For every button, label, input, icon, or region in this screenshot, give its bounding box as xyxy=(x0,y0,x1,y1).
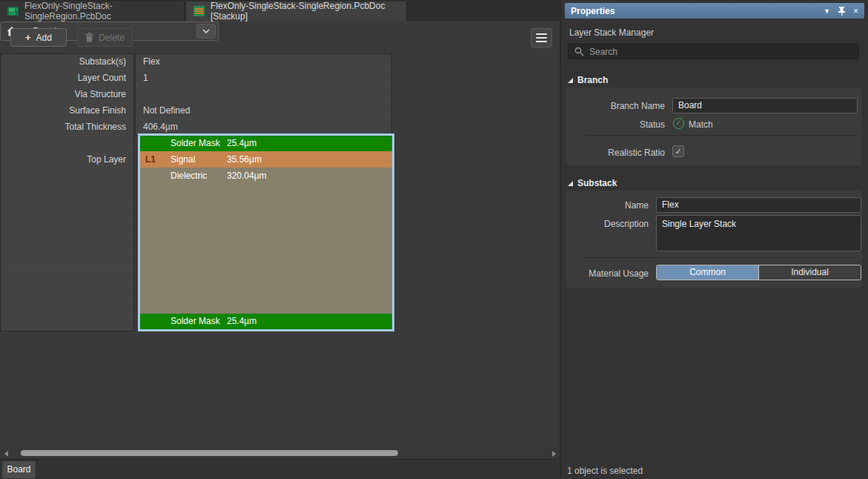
tab-stackup[interactable]: FlexOnly-SingleStack-SingleRegion.PcbDoc… xyxy=(186,1,407,21)
stackup-toolbar: + Add Delete ▶ Board ▶ xyxy=(0,22,560,50)
document-tab-bar: FlexOnly-SingleStack-SingleRegion.PcbDoc… xyxy=(0,0,561,21)
board-subtab[interactable]: Board xyxy=(2,461,36,478)
material-usage-label: Material Usage xyxy=(567,268,649,279)
pin-icon[interactable] xyxy=(838,7,845,16)
stack-layer-solder-mask-bottom[interactable]: Solder Mask 25.4µm xyxy=(140,314,392,329)
stack-layer-dielectric[interactable]: Dielectric 320.04µm xyxy=(140,168,392,314)
panel-mode-label: Layer Stack Manager xyxy=(569,27,654,38)
description-textarea[interactable]: Single Layer Stack xyxy=(656,215,861,251)
row-label-empty xyxy=(1,201,133,217)
value-surface-finish[interactable]: Not Defined xyxy=(136,103,391,119)
realistic-ratio-checkbox[interactable]: ✓ xyxy=(672,145,684,157)
search-placeholder: Search xyxy=(589,47,617,57)
row-label-surface-finish: Surface Finish xyxy=(1,103,133,119)
menu-button[interactable] xyxy=(531,28,552,47)
row-label-empty xyxy=(1,234,133,250)
layer-thickness: 35.56µm xyxy=(227,151,262,168)
status-value: Match xyxy=(689,119,733,130)
scrollbar-thumb[interactable] xyxy=(21,450,398,456)
value-via-structure[interactable] xyxy=(136,87,391,103)
stack-layer-signal-l1[interactable]: L1 Signal 35.56µm xyxy=(140,151,392,168)
row-label-empty xyxy=(1,315,133,331)
substack-group: Name Flex Description Single Layer Stack… xyxy=(566,191,862,288)
row-label-empty xyxy=(1,299,133,315)
layer-name: Solder Mask xyxy=(170,314,220,329)
layer-name: Signal xyxy=(170,151,195,168)
branch-group: Branch Name Board Status ✓ Match Realist… xyxy=(566,87,862,165)
layer-name: Solder Mask xyxy=(170,136,220,151)
group-divider xyxy=(586,135,856,136)
panel-dropdown-icon[interactable]: ▼ xyxy=(824,7,830,15)
search-input[interactable]: Search xyxy=(568,44,859,59)
row-label-top-layer: Top Layer xyxy=(1,152,133,168)
selection-status-text: 1 object is selected xyxy=(567,466,643,476)
section-expand-icon xyxy=(568,78,573,83)
row-label-empty xyxy=(1,266,133,283)
branch-name-label: Branch Name xyxy=(576,101,665,111)
substack-name-label: Name xyxy=(567,200,649,211)
stackup-label-column: Substack(s) Layer Count Via Structure Su… xyxy=(0,53,134,331)
trash-icon xyxy=(85,33,93,42)
row-label-empty xyxy=(1,136,133,152)
plus-icon: + xyxy=(25,32,31,43)
search-icon xyxy=(574,47,584,56)
stackup-document-icon xyxy=(193,6,205,16)
tab-pcbdoc[interactable]: FlexOnly-SingleStack-SingleRegion.PcbDoc xyxy=(0,1,185,21)
value-layer-count[interactable]: 1 xyxy=(136,70,391,87)
properties-title: Properties xyxy=(571,6,614,16)
branch-section-header[interactable]: Branch xyxy=(568,75,608,85)
layer-thickness: 320.04µm xyxy=(227,168,267,184)
scroll-right-icon[interactable] xyxy=(552,451,556,457)
description-label: Description xyxy=(567,219,649,229)
row-label-empty xyxy=(1,283,133,299)
tab-stackup-label: FlexOnly-SingleStack-SingleRegion.PcbDoc… xyxy=(211,1,399,22)
scroll-left-icon[interactable] xyxy=(4,451,8,457)
tab-pcbdoc-label: FlexOnly-SingleStack-SingleRegion.PcbDoc xyxy=(24,1,177,22)
branch-section-label: Branch xyxy=(577,75,608,85)
properties-header[interactable]: Properties ▼ × xyxy=(565,3,864,19)
add-button[interactable]: + Add xyxy=(10,28,67,47)
material-usage-common-button[interactable]: Common xyxy=(657,265,758,280)
substack-section-label: Substack xyxy=(577,178,617,188)
row-label-empty xyxy=(1,250,133,266)
layer-id: L1 xyxy=(145,151,156,168)
delete-button-label: Delete xyxy=(99,33,125,43)
layer-thickness: 25.4µm xyxy=(227,314,256,329)
status-label: Status xyxy=(576,119,665,130)
row-label-layer-count: Layer Count xyxy=(1,70,133,87)
substack-name-input[interactable]: Flex xyxy=(656,197,861,213)
add-button-label: Add xyxy=(36,33,52,43)
pcb-document-icon xyxy=(7,6,19,16)
substack-section-header[interactable]: Substack xyxy=(568,178,617,188)
stackup-bottom-bar: Board xyxy=(0,459,561,479)
close-icon[interactable]: × xyxy=(853,6,858,16)
layer-thickness: 25.4µm xyxy=(227,136,256,151)
layer-stack-selection[interactable]: Solder Mask 25.4µm L1 Signal 35.56µm Die… xyxy=(138,133,394,331)
breadcrumb-dropdown-button[interactable] xyxy=(196,24,216,39)
row-label-empty xyxy=(1,185,133,201)
properties-panel: Properties ▼ × Layer Stack Manager Searc… xyxy=(561,0,868,479)
row-label-total-thickness: Total Thickness xyxy=(1,119,133,136)
status-match-icon: ✓ xyxy=(673,118,684,129)
row-label-empty xyxy=(1,217,133,234)
layer-name: Dielectric xyxy=(170,168,207,184)
section-expand-icon xyxy=(568,181,573,186)
row-label-substacks: Substack(s) xyxy=(1,54,133,70)
delete-button[interactable]: Delete xyxy=(77,28,133,47)
stackup-value-column: Flex 1 Not Defined 406.4µm xyxy=(135,53,392,136)
branch-name-input[interactable]: Board xyxy=(672,98,858,113)
realistic-ratio-label: Realistic Ratio xyxy=(576,148,665,158)
value-substacks[interactable]: Flex xyxy=(136,54,391,70)
chevron-down-icon xyxy=(202,29,210,33)
row-label-empty xyxy=(1,168,133,185)
hamburger-icon xyxy=(536,33,547,35)
row-label-via-structure: Via Structure xyxy=(1,87,133,103)
group-divider xyxy=(586,257,856,258)
material-usage-toggle: Common Individual xyxy=(656,265,861,280)
stack-layer-solder-mask-top[interactable]: Solder Mask 25.4µm xyxy=(140,136,392,151)
material-usage-individual-button[interactable]: Individual xyxy=(758,265,861,280)
horizontal-scrollbar[interactable] xyxy=(0,448,560,459)
